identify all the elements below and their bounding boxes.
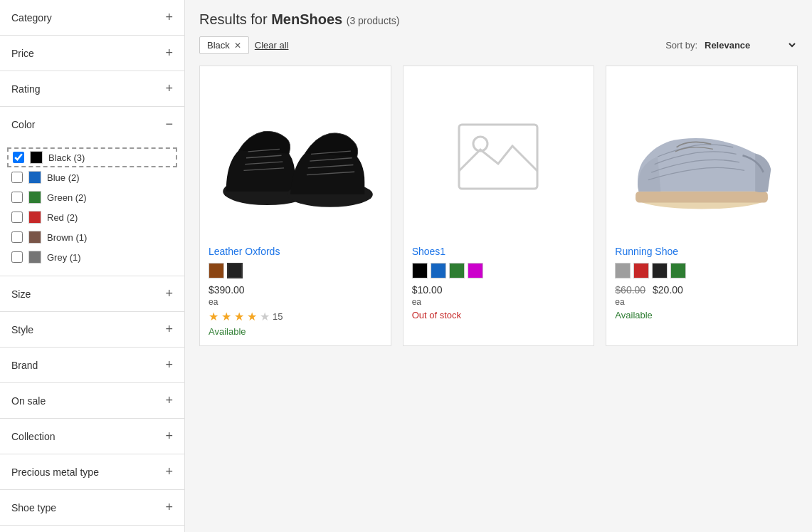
- product-swatches-shoes1: [412, 263, 586, 278]
- color-swatch-grey: [28, 251, 41, 264]
- filter-category-label: Category: [11, 12, 52, 24]
- product-name-shoes1[interactable]: Shoes1: [412, 246, 586, 257]
- swatch-black[interactable]: [652, 263, 668, 278]
- product-stock-running-shoe: Available: [615, 310, 789, 320]
- filter-brand-toggle-icon: +: [165, 358, 173, 372]
- color-label-red: Red (2): [47, 212, 78, 223]
- placeholder-image: [455, 121, 541, 192]
- sort-select[interactable]: Relevance Price: Low to High Price: High…: [702, 39, 798, 51]
- filter-color-toggle-icon: −: [165, 117, 173, 132]
- color-filter-options: Black (3) Blue (2) Green (2): [0, 142, 184, 276]
- review-count: 15: [273, 311, 283, 322]
- filter-style-header[interactable]: Style +: [0, 312, 184, 347]
- color-option-brown[interactable]: Brown (1): [11, 227, 173, 247]
- swatch-green[interactable]: [670, 263, 686, 278]
- filter-shoe-type: Shoe type +: [0, 490, 184, 526]
- color-option-grey[interactable]: Grey (1): [11, 247, 173, 267]
- filter-style-label: Style: [11, 324, 33, 335]
- original-price: $60.00: [615, 284, 645, 296]
- color-option-black[interactable]: Black (3): [7, 147, 177, 167]
- active-filters: Black ✕ Clear all: [199, 36, 288, 54]
- color-label-grey: Grey (1): [47, 252, 81, 263]
- product-card-shoes1: Shoes1 $10.00 ea Out of stock: [403, 66, 595, 346]
- filters-bar: Black ✕ Clear all Sort by: Relevance Pri…: [199, 36, 798, 54]
- filter-collection: Collection +: [0, 419, 184, 454]
- product-unit-shoes1: ea: [412, 297, 586, 307]
- filter-collection-header[interactable]: Collection +: [0, 419, 184, 454]
- product-name-leather-oxfords[interactable]: Leather Oxfords: [209, 246, 382, 257]
- filter-tag-black-remove[interactable]: ✕: [234, 41, 241, 51]
- color-checkbox-brown[interactable]: [11, 231, 23, 243]
- filter-brand-label: Brand: [11, 360, 38, 371]
- swatch-black[interactable]: [227, 263, 243, 278]
- filter-rating-header[interactable]: Rating +: [0, 71, 184, 106]
- swatch-brown[interactable]: [209, 263, 224, 278]
- filter-tag-black[interactable]: Black ✕: [199, 36, 249, 54]
- shoe1-image: [213, 93, 377, 221]
- swatch-black[interactable]: [412, 263, 428, 278]
- filter-shoe-type-header[interactable]: Shoe type +: [0, 490, 184, 525]
- swatch-grey[interactable]: [615, 263, 631, 278]
- filter-color-header[interactable]: Color −: [0, 107, 184, 142]
- filter-collection-toggle-icon: +: [165, 429, 173, 444]
- product-name-running-shoe[interactable]: Running Shoe: [615, 246, 789, 257]
- filter-size: Size +: [0, 276, 184, 312]
- product-price-running-shoe: $60.00 $20.00: [615, 284, 789, 296]
- product-card-running-shoe: Running Shoe $60.00 $20.00 ea Available: [606, 66, 798, 346]
- filter-on-sale-toggle-icon: +: [165, 393, 173, 408]
- filter-price-label: Price: [11, 48, 34, 59]
- filter-size-toggle-icon: +: [165, 286, 173, 301]
- filter-precious-metal-toggle-icon: +: [165, 464, 173, 479]
- shoe2-image: [620, 100, 784, 214]
- color-swatch-blue: [28, 171, 41, 184]
- filter-on-sale: On sale +: [0, 383, 184, 419]
- filter-tag-black-label: Black: [207, 40, 230, 51]
- product-card-leather-oxfords: Leather Oxfords $390.00 ea ★ ★ ★ ★ ★ 15: [199, 66, 391, 346]
- clear-all-button[interactable]: Clear all: [255, 40, 289, 51]
- filter-on-sale-header[interactable]: On sale +: [0, 383, 184, 418]
- price-value: $390.00: [209, 284, 245, 296]
- filter-price-header[interactable]: Price +: [0, 36, 184, 71]
- svg-rect-13: [636, 192, 768, 203]
- filter-size-header[interactable]: Size +: [0, 276, 184, 311]
- filter-color: Color − Black (3) Blue (2): [0, 107, 184, 276]
- product-grid: Leather Oxfords $390.00 ea ★ ★ ★ ★ ★ 15: [199, 66, 798, 346]
- results-header: Results for MenShoes (3 products): [199, 11, 798, 28]
- swatch-magenta[interactable]: [468, 263, 483, 278]
- filter-color-label: Color: [11, 119, 35, 130]
- product-image-shoes1: [412, 75, 586, 239]
- color-checkbox-black[interactable]: [13, 152, 24, 163]
- filter-collection-label: Collection: [11, 431, 55, 442]
- sort-bar: Sort by: Relevance Price: Low to High Pr…: [665, 39, 798, 51]
- color-checkbox-green[interactable]: [11, 192, 23, 203]
- filter-rating-label: Rating: [11, 83, 40, 95]
- product-image-leather-oxfords: [209, 75, 382, 239]
- filter-brand-header[interactable]: Brand +: [0, 348, 184, 382]
- sort-label: Sort by:: [665, 40, 697, 51]
- swatch-red[interactable]: [633, 263, 649, 278]
- color-checkbox-red[interactable]: [11, 212, 23, 223]
- filter-style-toggle-icon: +: [165, 322, 173, 337]
- star-2: ★: [221, 310, 231, 323]
- swatch-blue[interactable]: [431, 263, 446, 278]
- color-option-green[interactable]: Green (2): [11, 187, 173, 207]
- filter-sole: Sole +: [0, 526, 184, 532]
- results-query: MenShoes: [271, 11, 342, 27]
- filter-sole-header[interactable]: Sole +: [0, 526, 184, 532]
- color-label-black: Black (3): [48, 152, 85, 163]
- color-option-red[interactable]: Red (2): [11, 207, 173, 227]
- filter-on-sale-label: On sale: [11, 395, 46, 407]
- color-checkbox-blue[interactable]: [11, 172, 23, 183]
- filter-precious-metal-label: Precious metal type: [11, 466, 99, 478]
- swatch-green[interactable]: [449, 263, 465, 278]
- filter-rating: Rating +: [0, 71, 184, 107]
- color-swatch-green: [28, 191, 41, 204]
- main-content: Results for MenShoes (3 products) Black …: [185, 0, 812, 532]
- color-checkbox-grey[interactable]: [11, 251, 23, 263]
- filter-shoe-type-toggle-icon: +: [165, 500, 173, 515]
- product-rating-leather-oxfords: ★ ★ ★ ★ ★ 15: [209, 310, 382, 323]
- color-option-blue[interactable]: Blue (2): [11, 167, 173, 187]
- sidebar: Category + Price + Rating + Color −: [0, 0, 185, 532]
- filter-category-header[interactable]: Category +: [0, 0, 184, 35]
- filter-precious-metal-header[interactable]: Precious metal type +: [0, 454, 184, 489]
